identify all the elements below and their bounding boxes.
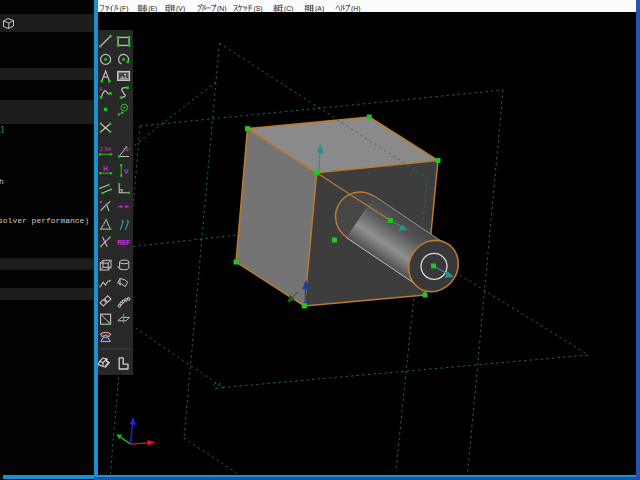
svg-text:V: V (124, 167, 129, 174)
svg-text:(V): (V) (176, 5, 185, 13)
svg-text:(C): (C) (283, 5, 292, 13)
svg-text:2.54: 2.54 (100, 146, 112, 152)
svg-text:(N): (N) (217, 5, 226, 13)
svg-text:H: H (103, 165, 108, 172)
svg-text:(H): (H) (351, 5, 360, 13)
svg-text:(A): (A) (315, 5, 324, 13)
svg-text:(E): (E) (148, 5, 157, 13)
svg-text:REF: REF (117, 239, 130, 246)
svg-text:(S): (S) (253, 5, 262, 13)
svg-text:(F): (F) (119, 5, 128, 13)
